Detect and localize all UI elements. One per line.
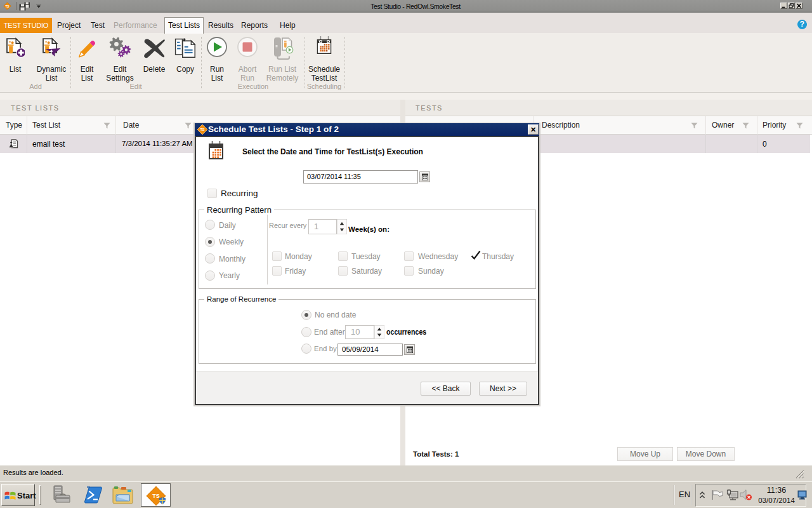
svg-text:TS: TS (152, 493, 160, 499)
svg-text:TS: TS (200, 128, 204, 131)
svg-text:TS: TS (6, 5, 10, 8)
